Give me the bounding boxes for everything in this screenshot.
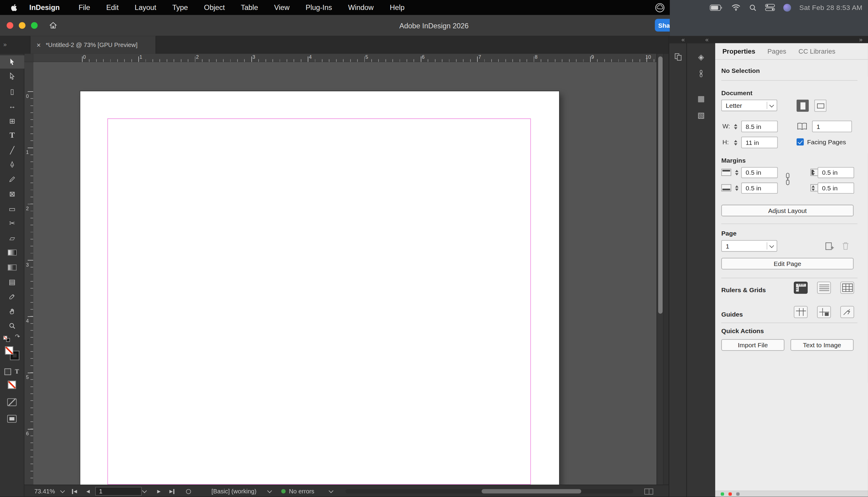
vertical-scrollbar-thumb[interactable] [658,56,663,314]
add-page-icon[interactable] [824,241,834,252]
vertical-scrollbar[interactable] [656,54,663,485]
previous-page-button[interactable]: ◀ [86,485,90,497]
horizontal-scrollbar-thumb[interactable] [481,489,582,494]
apple-menu-icon[interactable] [10,3,18,12]
ruler-origin-box[interactable] [24,54,33,62]
page-size-select[interactable]: Letter [721,100,777,111]
height-stepper[interactable] [732,137,738,148]
margin-outside-stepper[interactable] [810,183,816,194]
text-to-image-button[interactable]: Text to Image [790,339,854,351]
preflight-preset-dropdown-icon[interactable] [268,485,271,497]
content-collector-tool[interactable]: ⊞ [0,114,24,127]
spotlight-icon[interactable] [749,4,757,12]
page-tool[interactable]: ▯ [0,85,24,98]
apply-none-button[interactable] [8,381,16,389]
fill-swatch[interactable] [5,346,14,355]
links-panel-icon[interactable] [687,69,715,78]
import-file-button[interactable]: Import File [721,339,784,351]
width-stepper[interactable] [732,121,738,132]
margin-outside-field[interactable]: 0.5 in [818,183,854,194]
tab-overflow-icon[interactable]: » [3,41,6,47]
margin-bottom-stepper[interactable] [733,183,740,194]
menu-plugins[interactable]: Plug-Ins [306,3,332,12]
note-tool[interactable]: ▤ [0,275,24,288]
selection-tool[interactable] [0,55,24,69]
collapse-dock-1-icon[interactable]: « [682,36,685,42]
collapse-dock-2-icon[interactable]: « [705,36,709,42]
creative-cloud-icon[interactable] [655,3,665,13]
margin-inside-stepper[interactable] [810,167,816,178]
tab-cc-libraries[interactable]: CC Libraries [798,47,835,55]
share-button[interactable]: Sha [655,19,670,31]
menu-object[interactable]: Object [204,3,225,12]
screen-mode-icon[interactable] [7,398,17,406]
adjust-layout-button[interactable]: Adjust Layout [721,205,854,216]
app-menu[interactable]: InDesign [29,3,60,12]
split-view-icon[interactable] [644,485,653,497]
page-number-field[interactable]: 1 [95,485,142,497]
siri-icon[interactable] [783,4,791,12]
battery-icon[interactable] [710,4,723,11]
formatting-affects-container-icon[interactable] [4,368,11,375]
menu-layout[interactable]: Layout [135,3,156,12]
pencil-tool[interactable] [0,173,24,186]
rectangle-tool[interactable]: ▭ [0,202,24,215]
width-field[interactable]: 8.5 in [741,120,778,132]
tab-properties[interactable]: Properties [723,47,755,55]
default-fill-stroke-icon[interactable] [3,336,11,342]
scissors-tool[interactable]: ✂ [0,216,24,230]
edit-page-button[interactable]: Edit Page [721,258,854,270]
smart-guides-icon[interactable] [840,306,854,318]
collapse-panel-icon[interactable]: » [859,36,863,42]
show-guides-icon[interactable] [794,306,808,318]
margin-top-stepper[interactable] [733,167,740,178]
menu-edit[interactable]: Edit [106,3,118,12]
menu-clock[interactable]: Sat Feb 28 8:53 AM [799,4,863,12]
gradient-feather-tool[interactable] [0,260,24,274]
swap-fill-stroke-icon[interactable]: ↷ [15,333,20,340]
horizontal-scrollbar[interactable] [346,489,633,494]
current-page-select[interactable]: 1 [721,240,777,252]
layers-panel-icon[interactable]: ◈ [687,53,715,61]
menu-type[interactable]: Type [172,3,188,12]
preflight-preset[interactable]: [Basic] (working) [212,485,256,497]
tab-pages[interactable]: Pages [767,47,786,55]
line-tool[interactable]: ╱ [0,143,24,157]
pages-count-field[interactable]: 1 [812,120,852,132]
document-grid-icon[interactable] [840,282,854,294]
pen-tool[interactable] [0,158,24,171]
menu-window[interactable]: Window [348,3,374,12]
document-page[interactable] [80,91,559,485]
facing-pages-checkbox[interactable] [797,138,804,145]
vertical-ruler[interactable]: 0 1 2 3 4 5 6 [24,62,33,485]
horizontal-ruler[interactable]: 0 1 2 3 4 5 6 7 8 9 10 [33,54,656,62]
first-page-button[interactable]: ◀ [72,485,77,497]
zoom-level-value[interactable]: 73.41% [34,485,55,497]
orientation-landscape-button[interactable] [814,100,826,112]
link-margins-icon[interactable] [784,170,792,189]
frame-tool[interactable]: ⊠ [0,187,24,201]
margin-top-field[interactable]: 0.5 in [741,167,778,178]
zoom-dropdown-icon[interactable] [61,485,64,497]
hand-tool[interactable] [0,304,24,318]
menu-table[interactable]: Table [241,3,258,12]
eyedropper-tool[interactable] [0,290,24,303]
pages-panel-icon[interactable] [669,53,687,61]
menu-help[interactable]: Help [390,3,405,12]
baseline-grid-icon[interactable] [817,282,831,294]
document-tab[interactable]: × *Untitled-2 @ 73% [GPU Preview] [30,36,156,54]
zoom-tool[interactable] [0,319,24,332]
preview-mode-icon[interactable] [7,415,17,423]
preflight-menu-icon[interactable] [186,485,191,497]
margin-bottom-field[interactable]: 0.5 in [741,183,778,194]
pasteboard[interactable] [33,62,656,485]
delete-page-icon[interactable] [841,241,850,252]
menu-view[interactable]: View [274,3,289,12]
preflight-status[interactable]: No errors [289,485,314,497]
swatches-panel-icon[interactable]: ▦ [687,94,715,103]
menu-file[interactable]: File [79,3,90,12]
type-tool[interactable]: T [0,129,24,142]
margin-inside-field[interactable]: 0.5 in [818,167,854,178]
preflight-status-dropdown-icon[interactable] [330,485,333,497]
direct-selection-tool[interactable] [0,70,24,83]
